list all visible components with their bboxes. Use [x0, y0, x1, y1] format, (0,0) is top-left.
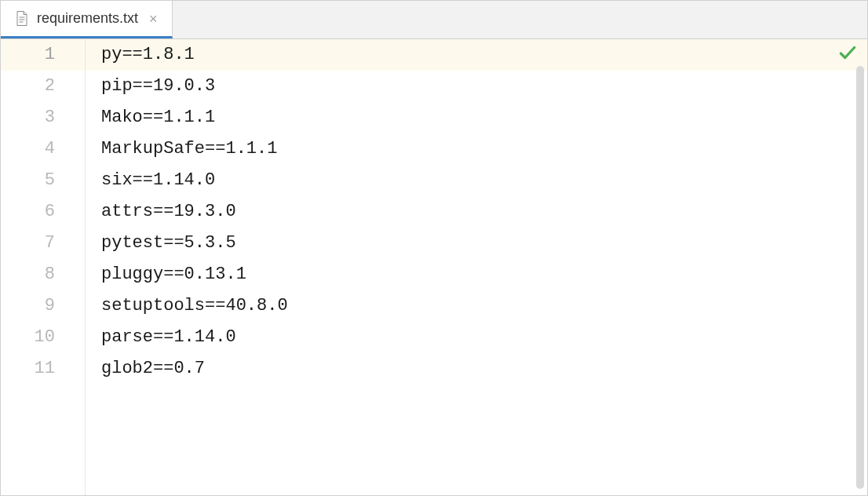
scrollbar[interactable]: [856, 66, 864, 489]
code-line[interactable]: pytest==5.3.5: [86, 228, 867, 259]
code-line[interactable]: py==1.8.1: [86, 39, 867, 71]
code-line[interactable]: setuptools==40.8.0: [86, 290, 867, 322]
editor-body: 1 2 3 4 5 6 7 8 9 10 11 py==1.8.1 pip==1…: [1, 39, 867, 495]
line-number[interactable]: 6: [1, 196, 85, 228]
line-number[interactable]: 9: [1, 290, 85, 322]
line-number[interactable]: 2: [1, 71, 85, 102]
line-number[interactable]: 1: [1, 39, 85, 71]
editor-container: requirements.txt × 1 2 3 4 5 6 7 8 9 10 …: [0, 0, 868, 496]
line-number[interactable]: 10: [1, 322, 85, 353]
code-line[interactable]: six==1.14.0: [86, 165, 867, 196]
code-line[interactable]: parse==1.14.0: [86, 322, 867, 353]
text-file-icon: [15, 11, 29, 27]
code-line[interactable]: attrs==19.3.0: [86, 196, 867, 228]
code-line[interactable]: pip==19.0.3: [86, 71, 867, 102]
code-area[interactable]: py==1.8.1 pip==19.0.3 Mako==1.1.1 Markup…: [86, 39, 867, 495]
gutter: 1 2 3 4 5 6 7 8 9 10 11: [1, 39, 86, 495]
line-number[interactable]: 11: [1, 353, 85, 385]
code-line[interactable]: Mako==1.1.1: [86, 102, 867, 133]
line-number[interactable]: 4: [1, 133, 85, 165]
line-number[interactable]: 3: [1, 102, 85, 133]
line-number[interactable]: 5: [1, 165, 85, 196]
code-line[interactable]: MarkupSafe==1.1.1: [86, 133, 867, 165]
close-icon[interactable]: ×: [146, 12, 161, 26]
scrollbar-thumb[interactable]: [856, 66, 864, 489]
line-number[interactable]: 8: [1, 259, 85, 290]
tab-requirements[interactable]: requirements.txt ×: [1, 1, 173, 38]
code-line[interactable]: pluggy==0.13.1: [86, 259, 867, 290]
tab-bar: requirements.txt ×: [1, 1, 867, 39]
line-number[interactable]: 7: [1, 228, 85, 259]
code-line[interactable]: glob2==0.7: [86, 353, 867, 385]
tab-label: requirements.txt: [37, 10, 138, 27]
checkmark-icon[interactable]: [837, 42, 858, 68]
